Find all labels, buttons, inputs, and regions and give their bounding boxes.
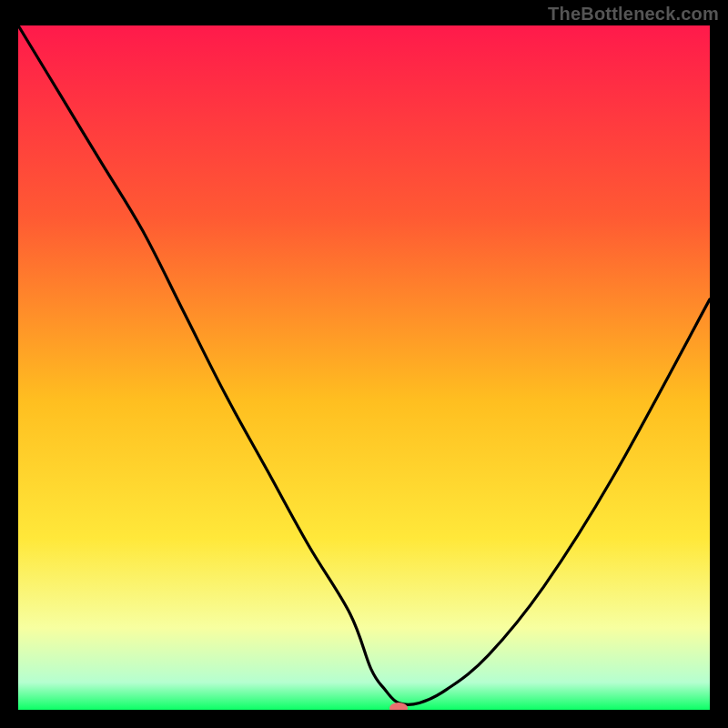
chart-frame: TheBottleneck.com (0, 0, 728, 728)
plot-area (18, 25, 710, 710)
gradient-background (18, 25, 710, 710)
watermark-text: TheBottleneck.com (548, 4, 719, 25)
chart-svg (18, 25, 710, 710)
